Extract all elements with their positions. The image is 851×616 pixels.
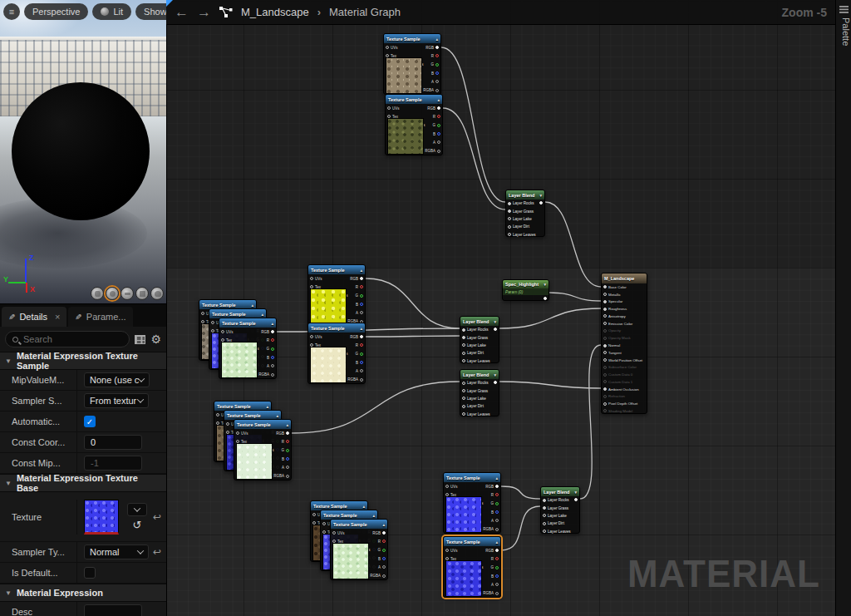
- material-input-pin[interactable]: [603, 308, 607, 311]
- output-pin[interactable]: [495, 557, 499, 560]
- node-texture-sample[interactable]: Texture Sample▴UVsTexApply View MipBiasR…: [443, 536, 501, 598]
- layer-input-pin[interactable]: [462, 397, 465, 400]
- material-input-pin[interactable]: [603, 395, 607, 398]
- viewport-menu-button[interactable]: ≡: [3, 3, 20, 20]
- section-header[interactable]: ▼Material Expression Texture Base: [0, 474, 166, 492]
- output-pin[interactable]: [495, 583, 499, 586]
- node-header[interactable]: Layer Blend▾: [541, 487, 579, 496]
- search-input[interactable]: [23, 334, 122, 344]
- output-pin[interactable]: [495, 574, 499, 578]
- output-pin[interactable]: [271, 356, 274, 359]
- output-pin[interactable]: [360, 294, 363, 298]
- input-pin[interactable]: [332, 531, 336, 535]
- output-pin[interactable]: [271, 347, 274, 351]
- reset-to-default-icon[interactable]: ↩: [153, 511, 161, 523]
- output-pin[interactable]: [360, 343, 363, 347]
- section-header[interactable]: ▼Material Expression: [0, 584, 166, 602]
- output-pin[interactable]: [271, 373, 274, 377]
- output-pin[interactable]: [435, 54, 439, 57]
- output-pin[interactable]: [495, 510, 499, 514]
- collapse-icon[interactable]: ▴: [435, 37, 438, 42]
- output-pin[interactable]: [437, 140, 440, 144]
- output-pin[interactable]: [360, 369, 363, 372]
- chevron-down-icon[interactable]: ▾: [539, 193, 542, 198]
- node-scalar-parameter[interactable]: Spec_Highlight▾Param (0): [502, 279, 549, 301]
- input-pin[interactable]: [236, 431, 239, 435]
- collapse-icon[interactable]: ▴: [271, 321, 273, 326]
- output-pin[interactable]: [495, 485, 499, 488]
- layer-input-pin[interactable]: [462, 405, 465, 408]
- output-pin[interactable]: [495, 592, 499, 595]
- layer-input-pin[interactable]: [543, 530, 546, 533]
- node-header[interactable]: Texture Sample▴: [308, 265, 365, 274]
- output-pin[interactable]: [382, 540, 386, 543]
- collapse-icon[interactable]: ▴: [261, 312, 263, 317]
- output-pin[interactable]: [435, 89, 439, 92]
- value-field[interactable]: [84, 604, 142, 616]
- display-filter-icon[interactable]: [135, 335, 145, 344]
- node-texture-sample[interactable]: Texture Sample▴UVsTexApply View MipBiasR…: [219, 318, 277, 379]
- layer-input-pin[interactable]: [462, 328, 465, 332]
- collapse-icon[interactable]: ▴: [360, 268, 362, 273]
- chevron-down-icon[interactable]: ▾: [494, 319, 496, 324]
- node-texture-sample[interactable]: Texture Sample▴UVsTexApply View MipBiasR…: [330, 519, 388, 580]
- node-header[interactable]: Texture Sample▴: [444, 473, 500, 482]
- node-header[interactable]: M_Landscape: [602, 274, 647, 283]
- texture-picker-dropdown[interactable]: [127, 503, 147, 516]
- layer-input-pin[interactable]: [508, 202, 511, 205]
- node-header[interactable]: Texture Sample▴: [386, 95, 442, 104]
- input-pin[interactable]: [322, 522, 326, 525]
- reset-to-default-icon[interactable]: ↩: [153, 546, 161, 558]
- layer-input-pin[interactable]: [543, 514, 546, 517]
- output-pin[interactable]: [437, 132, 440, 136]
- output-pin[interactable]: [495, 519, 499, 522]
- output-pin[interactable]: [360, 361, 363, 364]
- node-texture-sample[interactable]: Texture Sample▴UVsTexApply View MipBiasR…: [383, 33, 441, 95]
- collapse-icon[interactable]: ▴: [495, 476, 498, 480]
- output-pin[interactable]: [271, 364, 274, 367]
- output-pin[interactable]: [435, 71, 439, 75]
- collapse-icon[interactable]: ▴: [362, 504, 365, 509]
- input-pin[interactable]: [386, 46, 389, 49]
- output-pin[interactable]: [271, 338, 274, 342]
- node-header[interactable]: Texture Sample▴: [219, 318, 276, 328]
- node-header[interactable]: Texture Sample▴: [308, 323, 365, 333]
- dropdown-samplers[interactable]: From textur: [84, 393, 149, 408]
- material-input-pin[interactable]: [603, 380, 607, 383]
- input-pin[interactable]: [387, 106, 391, 110]
- input-pin[interactable]: [226, 422, 229, 426]
- collapse-icon[interactable]: ▴: [360, 326, 362, 331]
- node-header[interactable]: Texture Sample▴: [384, 34, 440, 43]
- node-texture-sample[interactable]: Texture Sample▴UVsTexApply View MipBiasR…: [234, 419, 292, 480]
- layer-input-pin[interactable]: [543, 522, 546, 525]
- input-pin[interactable]: [445, 485, 449, 488]
- output-pin[interactable]: [382, 549, 386, 552]
- node-header[interactable]: Layer Blend▾: [460, 317, 499, 326]
- node-header[interactable]: Layer Blend▾: [460, 370, 499, 379]
- material-input-pin[interactable]: [603, 358, 607, 362]
- tab-parameters[interactable]: ✎ Parame...: [68, 307, 132, 327]
- node-texture-sample[interactable]: Texture Sample▴UVsTexApply View MipBiasR…: [307, 264, 366, 326]
- layer-input-pin[interactable]: [508, 233, 511, 236]
- blend-output-pin[interactable]: [494, 328, 497, 331]
- input-pin[interactable]: [201, 312, 204, 315]
- node-texture-sample[interactable]: Texture Sample▴UVsTexApply View MipBiasR…: [307, 323, 366, 384]
- output-pin[interactable]: [437, 115, 440, 118]
- collapse-icon[interactable]: ▴: [437, 97, 440, 102]
- node-layer-blend[interactable]: Layer Blend▾Layer RocksLayer GrassLayer …: [540, 486, 580, 534]
- layer-input-pin[interactable]: [462, 412, 465, 416]
- blend-output-pin[interactable]: [539, 201, 543, 205]
- output-pin[interactable]: [286, 466, 289, 469]
- node-header[interactable]: Spec_Highlight▾: [503, 280, 548, 288]
- checkbox[interactable]: [84, 567, 96, 579]
- material-input-pin[interactable]: [603, 351, 607, 354]
- collapse-icon[interactable]: ▴: [286, 422, 288, 427]
- material-input-pin[interactable]: [603, 314, 607, 318]
- output-pin[interactable]: [437, 124, 440, 127]
- palette-sidebar-tab[interactable]: Palette: [835, 0, 851, 616]
- chevron-down-icon[interactable]: ▾: [494, 372, 496, 377]
- material-input-pin[interactable]: [603, 402, 607, 406]
- node-material-output[interactable]: M_LandscapeBase ColorMetallicSpecularRou…: [601, 273, 647, 414]
- output-pin[interactable]: [382, 531, 386, 535]
- input-pin[interactable]: [221, 330, 224, 333]
